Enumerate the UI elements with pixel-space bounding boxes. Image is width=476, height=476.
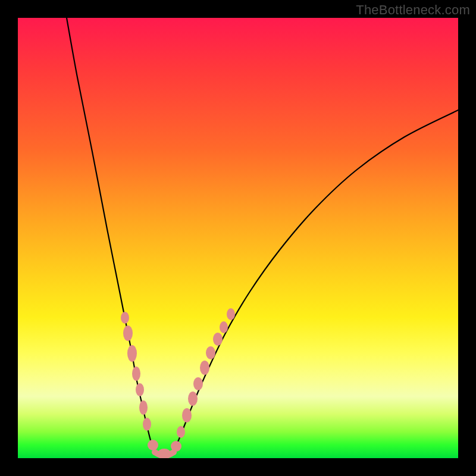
bead [139,400,148,415]
bead [158,449,171,458]
bead [220,321,228,333]
bead [127,345,137,362]
bead [182,408,192,422]
bead [188,392,198,406]
bead [227,308,235,320]
watermark-text: TheBottleneck.com [356,2,470,18]
bead [200,361,209,375]
curve-svg [18,18,458,458]
bead [148,440,158,450]
bead [136,383,144,396]
curve-right [168,110,458,455]
bead [143,418,151,431]
bead [123,325,133,341]
chart-frame: TheBottleneck.com [0,0,476,476]
curve-left [67,18,161,455]
bead [213,333,223,346]
bead [193,377,203,390]
bead [177,426,185,438]
bead [132,367,140,381]
bead [121,312,129,324]
bead [206,346,215,359]
plot-area [18,18,458,458]
bead [171,441,181,452]
